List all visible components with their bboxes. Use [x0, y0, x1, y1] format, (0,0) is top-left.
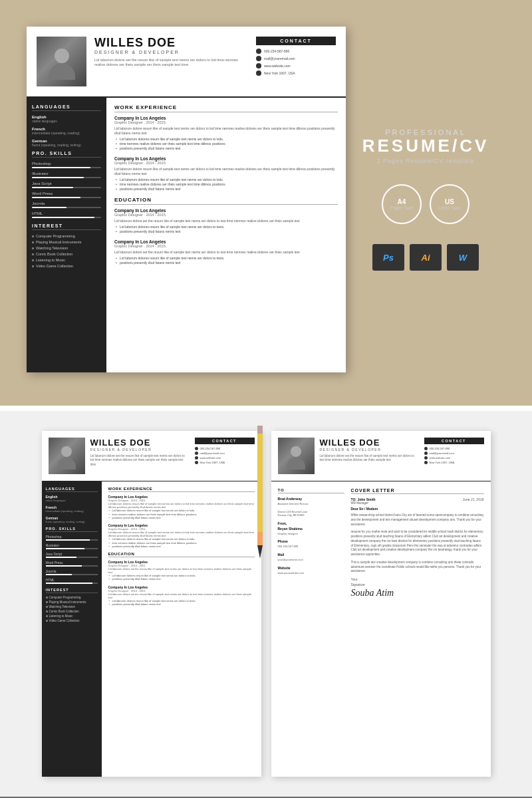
- cover-header: WILLES DOE DESIGNER & DEVELOPER Lid labo…: [271, 431, 491, 481]
- signature: Souba Atim: [351, 588, 484, 598]
- mini-resume-header: WILLES DOE DESIGNER & DEVELOPER Lid labo…: [42, 431, 261, 481]
- word-badge: W: [447, 244, 479, 271]
- contact-location: New York 1007, USA: [256, 70, 336, 76]
- cover-email-icon: [424, 452, 428, 455]
- us-badge: US Letter Size: [430, 184, 469, 224]
- cover-para-3: This is sample text creative development…: [351, 561, 484, 574]
- mini-edu-title: EDUCATION: [108, 552, 255, 557]
- applicant-title: DESIGNER & DEVELOPER: [94, 50, 248, 55]
- cover-photo: [278, 438, 315, 474]
- cover-bio: Lid laborum dolore set the resum like of…: [320, 454, 419, 463]
- promo-title-block: PROFESSIONAL RESUME/CV 2 Pages Resume/CV…: [362, 128, 489, 165]
- cover-loc-icon: [424, 461, 428, 464]
- cover-letter-block: COVER LETTER TO: John Smith WR Manager J…: [351, 488, 484, 770]
- right-column: WORK EXPERIENCE Company In Los Angeles G…: [106, 98, 346, 372]
- email-text: mail@youremail.com: [264, 57, 295, 61]
- a4-label: A4: [398, 198, 406, 205]
- location-icon: [256, 70, 261, 76]
- mini-lang-title: LANGUAGES: [46, 487, 98, 492]
- a4-badge: A4 Paper Size: [382, 184, 422, 224]
- edu-1: Company In Los Angeles Graphic Designer …: [114, 208, 338, 234]
- cover-date: June 21, 2018: [463, 497, 484, 505]
- mini-edu-1: Company In Los Angeles Graphic Designer …: [108, 560, 255, 581]
- mini-title: DESIGNER & DEVELOPER: [90, 448, 190, 452]
- photo-placeholder: [37, 37, 86, 86]
- edu-2: Company In Los Angeles Graphic Designer …: [114, 239, 338, 265]
- contact-label: CONTACT: [256, 37, 336, 45]
- cover-dear: Dear Sir / Madam: [351, 507, 484, 511]
- cover-para-2: resume for you mathe revie and wish to b…: [351, 530, 484, 557]
- website-label: Website: [278, 566, 344, 570]
- mini-web-icon: [195, 456, 198, 460]
- photoshop-badge: Ps: [372, 244, 404, 271]
- work-title: WORK EXPERIENCE: [114, 104, 338, 112]
- mail-label: Mail: [278, 553, 344, 557]
- mini-job-2: Company In Los Angeles Graphic Designer …: [108, 523, 255, 548]
- mini-photo: [49, 438, 85, 474]
- promo-panel: PROFESSIONAL RESUME/CV 2 Pages Resume/CV…: [346, 102, 505, 298]
- mini-phone-icon: [195, 447, 198, 450]
- w-label: W: [459, 253, 467, 263]
- illustrator-badge: Ai: [410, 244, 442, 271]
- cover-web-icon: [424, 456, 428, 460]
- skill-javascript: Java Script: [32, 182, 101, 188]
- mini-email: mail@youremail.com: [195, 452, 255, 455]
- cover-mail: your@yourname.com: [278, 558, 344, 562]
- phone-label: Phone: [278, 539, 344, 543]
- skills-title: PRO. SKILLS: [32, 151, 101, 158]
- lang-german: German fluent (speaking, reading, writin…: [32, 139, 101, 147]
- interest-title: INTEREST: [32, 223, 101, 230]
- mini-right-col: WORK EXPERIENCE Company In Los Angeles G…: [102, 481, 261, 777]
- lang-french: French intermediate (speaking, reading): [32, 127, 101, 135]
- contact-web: www.website.com: [256, 63, 336, 68]
- us-label: US: [445, 198, 454, 205]
- cover-title: DESIGNER & DEVELOPER: [320, 448, 419, 452]
- skill-joomla: Joomla: [32, 201, 101, 208]
- from-name: Beyan Shabima: [278, 527, 344, 531]
- to-address: District 123 Beveral LaneKansas City, MI…: [278, 510, 344, 517]
- phone-text: 000-234-567-890: [264, 49, 289, 53]
- interest-4: Comic Book Collection: [32, 252, 101, 256]
- resume-body: LANGUAGES English native languages Frenc…: [27, 98, 346, 372]
- paper-size-badges: A4 Paper Size US Letter Size: [382, 184, 469, 224]
- pro-sub-label: 2 Pages Resume/CV template: [362, 158, 489, 164]
- cover-name: WILLES DOE: [320, 438, 419, 448]
- skill-html: HTML: [32, 211, 101, 218]
- mini-resume-body: LANGUAGES English native languages Frenc…: [42, 481, 261, 777]
- applicant-name: WILLES DOE: [94, 37, 248, 50]
- pro-label: PROFESSIONAL: [362, 128, 489, 136]
- cover-position: WR Manager: [351, 501, 376, 505]
- applicant-bio: Lid laborum dolore set the resum like of…: [94, 58, 248, 68]
- paper-size-label: Paper Size: [390, 205, 413, 211]
- cover-name-block: WILLES DOE DESIGNER & DEVELOPER Lid labo…: [320, 438, 419, 474]
- skill-illustrator: Illustrator: [32, 172, 101, 178]
- mini-web: www.website.com: [195, 456, 255, 460]
- cover-contact-block: CONTACT 000-234-567-890 mail@youremail.c…: [424, 438, 484, 474]
- mini-email-icon: [195, 452, 198, 455]
- mini-name: WILLES DOE: [90, 438, 190, 448]
- lang-english: English native languages: [32, 115, 101, 123]
- to-role: Assistant Intenent Resour.: [278, 502, 344, 506]
- cover-web: www.website.com: [424, 456, 484, 460]
- cover-body: TO Brad Anderway Assistant Intenent Reso…: [271, 481, 491, 777]
- phone-icon: [256, 49, 261, 54]
- mini-contact-label: CONTACT: [195, 438, 255, 444]
- header-name-block: WILLES DOE DESIGNER & DEVELOPER Lid labo…: [94, 37, 248, 86]
- mini-location: New York 1007, USA: [195, 461, 255, 464]
- to-name: Brad Anderway: [278, 497, 344, 501]
- mini-left-col: LANGUAGES English native languages Frenc…: [42, 481, 102, 777]
- from-label: From,: [278, 521, 344, 525]
- left-column: LANGUAGES English native languages Frenc…: [27, 98, 106, 372]
- web-icon: [256, 63, 261, 68]
- mini-name-block: WILLES DOE DESIGNER & DEVELOPER Lid labo…: [90, 438, 190, 474]
- contact-block: CONTACT 000-234-567-890 mail@youremail.c…: [256, 37, 336, 86]
- cover-phone-num: 000-234-567-890: [278, 545, 344, 549]
- resume-preview: WILLES DOE DESIGNER & DEVELOPER Lid labo…: [27, 27, 346, 372]
- pro-main-title: RESUME/CV: [362, 136, 489, 156]
- resume-header: WILLES DOE DESIGNER & DEVELOPER Lid labo…: [27, 27, 346, 98]
- cover-phone-icon: [424, 447, 428, 450]
- mini-bio: Lid laborum dolore set the resum like of…: [90, 454, 190, 467]
- ps-label: Ps: [383, 253, 394, 263]
- mini-skills-title: PRO. SKILLS: [46, 527, 98, 532]
- from-role: Graphic designer: [278, 532, 344, 536]
